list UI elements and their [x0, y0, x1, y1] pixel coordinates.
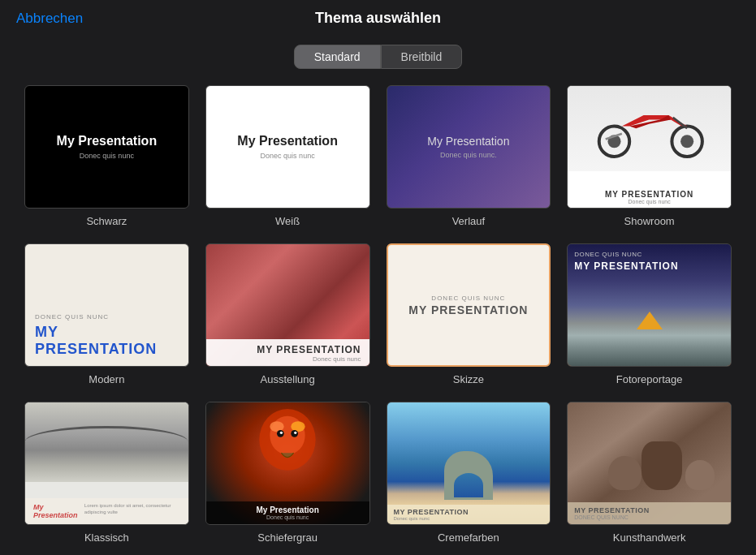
thumb-title: My Presentation: [237, 134, 338, 148]
thumb-sub: DONEC QUIS NUNC: [574, 514, 724, 520]
kunsthandwerk-bottom: MY PRESENTATION DONEC QUIS NUNC: [568, 502, 731, 524]
cancel-button[interactable]: Abbrechen: [16, 11, 83, 27]
theme-label-schiefergrau: Schiefergrau: [257, 531, 318, 544]
theme-thumbnail-weiss: My Presentation Donec quis nunc: [205, 85, 370, 209]
bike-area: [568, 86, 731, 171]
theme-thumbnail-verlauf: My Presentation Donec quis nunc.: [387, 85, 551, 209]
theme-label-showroom: Showroom: [624, 215, 675, 227]
pot3: [685, 460, 715, 491]
theme-label-klassisch: Klassisch: [84, 531, 129, 544]
thumb-sub: Donec quis nunc: [213, 514, 363, 520]
theme-label-verlauf: Verlauf: [452, 215, 485, 227]
breitbild-button[interactable]: Breitbild: [381, 45, 463, 69]
theme-klassisch[interactable]: My Presentation Lorem ipsum dolor sit am…: [24, 402, 189, 544]
theme-label-fotoreportage: Fotoreportage: [616, 373, 683, 385]
klassisch-bottom: My Presentation Lorem ipsum dolor sit am…: [25, 498, 188, 524]
theme-thumbnail-fotoreportage: DONEC QUIS NUNC MY PRESENTATION: [567, 243, 732, 367]
page-title: Thema auswählen: [315, 10, 441, 27]
theme-label-cremefarben: Cremefarben: [438, 531, 499, 544]
header: Abbrechen Thema auswählen: [0, 0, 756, 37]
theme-verlauf[interactable]: My Presentation Donec quis nunc. Verlauf: [387, 85, 551, 227]
thumb-title: MY PRESENTATION: [574, 190, 724, 199]
ausstellung-overlay: MY PRESENTATION Donec quis nunc: [206, 339, 369, 366]
thumb-title: My Presentation: [33, 503, 78, 519]
tent-icon: [637, 312, 663, 329]
theme-label-skizze: Skizze: [453, 373, 484, 385]
theme-thumbnail-skizze: DONEC QUIS NUNC MY PRESENTATION: [387, 243, 551, 367]
rock-hole: [454, 473, 483, 497]
bridge-image: [25, 402, 188, 482]
thumb-title: MY PRESENTATION: [574, 260, 678, 272]
theme-label-modern: Modern: [89, 373, 124, 385]
theme-thumbnail-cremefarben: MY PRESENTATION Donec quis nunc: [387, 402, 551, 525]
showroom-bottom: MY PRESENTATION Donec quis nunc: [568, 187, 731, 208]
theme-thumbnail-kunsthandwerk: MY PRESENTATION DONEC QUIS NUNC: [567, 402, 732, 525]
svg-point-12: [294, 432, 296, 434]
theme-thumbnail-klassisch: My Presentation Lorem ipsum dolor sit am…: [24, 402, 189, 525]
theme-fotoreportage[interactable]: DONEC QUIS NUNC MY PRESENTATION Fotorepo…: [567, 243, 732, 385]
thumb-sub: Donec quis nunc: [214, 355, 361, 363]
thumb-title: My Presentation: [57, 134, 158, 148]
theme-ausstellung[interactable]: MY PRESENTATION Donec quis nunc Ausstell…: [205, 243, 370, 385]
thumb-sub: Donec quis nunc: [261, 152, 315, 160]
theme-kunsthandwerk[interactable]: MY PRESENTATION DONEC QUIS NUNC Kunsthan…: [567, 402, 732, 544]
themes-grid: My Presentation Donec quis nunc Schwarz …: [0, 85, 756, 555]
theme-schwarz[interactable]: My Presentation Donec quis nunc Schwarz: [24, 85, 189, 227]
thumb-sub: Donec quis nunc: [394, 516, 544, 521]
parrot-icon: [239, 409, 336, 488]
thumb-title: MY PRESENTATION: [394, 508, 544, 516]
theme-skizze[interactable]: DONEC QUIS NUNC MY PRESENTATION Skizze: [387, 243, 551, 385]
thumb-sub: DONEC QUIS NUNC: [431, 295, 505, 302]
pot1: [608, 456, 641, 490]
segmented-control: Standard Breitbild: [0, 45, 756, 69]
theme-label-schwarz: Schwarz: [86, 215, 127, 227]
schiefergrau-bottom: My Presentation Donec quis nunc: [206, 501, 369, 524]
theme-schiefergrau[interactable]: My Presentation Donec quis nunc Schiefer…: [205, 402, 370, 544]
theme-label-ausstellung: Ausstellung: [261, 373, 315, 385]
thumb-title: MY PRESENTATION: [214, 344, 361, 355]
theme-label-kunsthandwerk: Kunsthandwerk: [613, 531, 686, 544]
thumb-sub: Donec quis nunc: [80, 152, 134, 160]
thumb-sub: DONEC QUIS NUNC: [574, 251, 642, 258]
theme-label-weiss: Weiß: [275, 215, 300, 227]
pot2: [642, 441, 682, 490]
svg-point-11: [280, 432, 283, 434]
thumb-sub: DONEC QUIS NUNC: [35, 313, 179, 321]
theme-thumbnail-schiefergrau: My Presentation Donec quis nunc: [205, 402, 370, 525]
thumb-sub: Donec quis nunc.: [440, 151, 497, 159]
svg-point-3: [680, 136, 693, 148]
theme-thumbnail-schwarz: My Presentation Donec quis nunc: [24, 85, 189, 209]
thumb-title: MY PRESENTATION: [574, 506, 724, 514]
thumb-title: MY PRESENTATION: [408, 303, 528, 316]
theme-showroom[interactable]: MY PRESENTATION Donec quis nunc Showroom: [567, 85, 732, 227]
cremefarben-bottom: MY PRESENTATION Donec quis nunc: [387, 505, 551, 524]
standard-button[interactable]: Standard: [294, 45, 381, 69]
thumb-title: My Presentation: [427, 135, 509, 148]
svg-point-7: [270, 421, 283, 432]
theme-thumbnail-showroom: MY PRESENTATION Donec quis nunc: [567, 85, 732, 209]
thumb-sub: Donec quis nunc: [574, 199, 724, 204]
bridge-arch: [25, 426, 188, 458]
theme-weiss[interactable]: My Presentation Donec quis nunc Weiß: [205, 85, 370, 227]
motorcycle-icon: [584, 96, 715, 161]
thumb-title: My Presentation: [213, 506, 363, 514]
theme-modern[interactable]: DONEC QUIS NUNC MY PRESENTATION Modern: [24, 243, 189, 385]
thumb-title: MY PRESENTATION: [35, 324, 179, 358]
thumb-sub: Lorem ipsum dolor sit amet, consectetur …: [84, 503, 180, 516]
svg-point-8: [291, 421, 305, 432]
theme-thumbnail-ausstellung: MY PRESENTATION Donec quis nunc: [205, 243, 370, 367]
theme-thumbnail-modern: DONEC QUIS NUNC MY PRESENTATION: [24, 243, 189, 367]
theme-cremefarben[interactable]: MY PRESENTATION Donec quis nunc Cremefar…: [387, 402, 551, 544]
